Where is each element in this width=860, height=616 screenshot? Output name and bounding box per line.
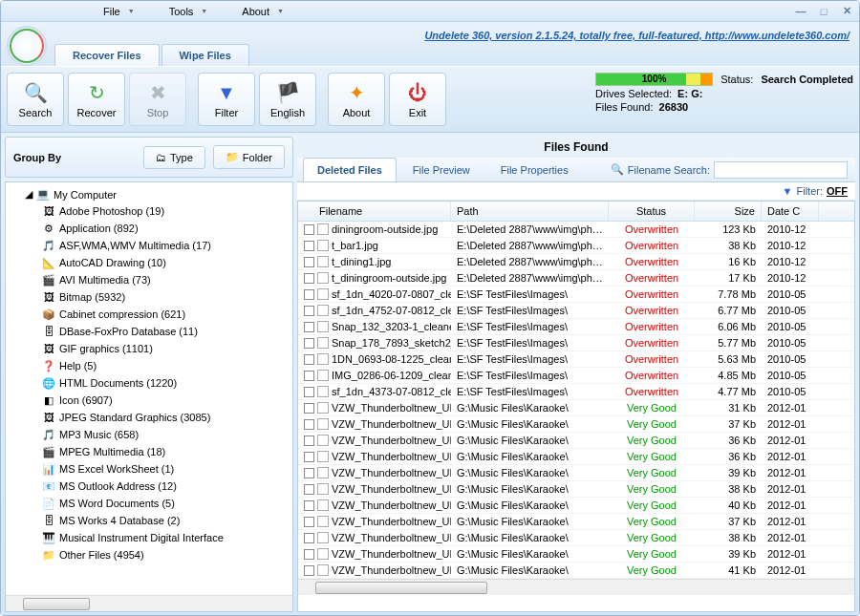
tree-item[interactable]: 📊MS Excel WorkSheet (1) bbox=[10, 460, 289, 478]
tree-item[interactable]: ❓Help (5) bbox=[10, 357, 289, 374]
tab-deleted-files[interactable]: Deleted Files bbox=[303, 158, 397, 181]
row-checkbox[interactable] bbox=[304, 387, 314, 397]
filename-search-input[interactable] bbox=[714, 161, 848, 179]
table-row[interactable]: diningroom-outside.jpgE:\Deleted 2887\ww… bbox=[298, 222, 854, 238]
menu-file[interactable]: File▼ bbox=[86, 4, 152, 19]
row-checkbox[interactable] bbox=[304, 371, 314, 381]
tree-item[interactable]: ◧Icon (6907) bbox=[10, 392, 289, 409]
row-checkbox[interactable] bbox=[304, 484, 314, 495]
table-row[interactable]: t_dining1.jpgE:\Deleted 2887\www\img\pho… bbox=[298, 254, 854, 270]
row-checkbox[interactable] bbox=[304, 322, 314, 332]
tree-item[interactable]: 🖼GIF graphics (1101) bbox=[10, 340, 289, 357]
tree-item[interactable]: 📁Other Files (4954) bbox=[10, 546, 289, 563]
row-checkbox[interactable] bbox=[304, 468, 314, 478]
tab-wipe-files[interactable]: Wipe Files bbox=[161, 44, 249, 66]
tree-item[interactable]: 🌐HTML Documents (1220) bbox=[10, 374, 289, 392]
close-button[interactable]: ✕ bbox=[838, 5, 855, 18]
table-row[interactable]: Snap_178_7893_sketch2_...E:\SF TestFiles… bbox=[298, 335, 854, 351]
row-checkbox[interactable] bbox=[304, 306, 314, 316]
table-row[interactable]: VZW_Thunderboltnew_UM...G:\Music Files\K… bbox=[298, 546, 854, 563]
row-checkbox[interactable] bbox=[304, 289, 314, 300]
recover-button[interactable]: ↻Recover bbox=[68, 73, 125, 126]
menu-about[interactable]: About▼ bbox=[225, 4, 301, 19]
table-row[interactable]: t_bar1.jpgE:\Deleted 2887\www\img\photos… bbox=[298, 238, 854, 254]
minimize-button[interactable]: — bbox=[792, 5, 809, 18]
groupby-folder-button[interactable]: 📁Folder bbox=[213, 145, 285, 169]
about-button[interactable]: ✦About bbox=[328, 73, 385, 126]
maximize-button[interactable]: □ bbox=[815, 5, 832, 18]
tree-item[interactable]: 🖼Bitmap (5932) bbox=[10, 288, 289, 306]
language-button[interactable]: 🏴English bbox=[259, 73, 316, 126]
table-row[interactable]: VZW_Thunderboltnew_UM...G:\Music Files\K… bbox=[298, 530, 854, 546]
exit-button[interactable]: ⏻Exit bbox=[389, 73, 446, 126]
table-row[interactable]: VZW_Thunderboltnew_UM...G:\Music Files\K… bbox=[298, 449, 854, 465]
filter-state[interactable]: OFF bbox=[827, 185, 848, 197]
tree-item[interactable]: ⚙Application (892) bbox=[10, 220, 289, 237]
row-checkbox[interactable] bbox=[304, 224, 314, 235]
table-row[interactable]: VZW_Thunderboltnew_UM...G:\Music Files\K… bbox=[298, 433, 854, 449]
table-row[interactable]: VZW_Thunderboltnew_UM...G:\Music Files\K… bbox=[298, 563, 854, 579]
tree-item[interactable]: 🎬AVI Multimedia (73) bbox=[10, 271, 289, 288]
row-checkbox[interactable] bbox=[304, 517, 314, 527]
filter-icon: ▼ bbox=[214, 80, 239, 105]
menu-tools[interactable]: Tools▼ bbox=[152, 4, 226, 19]
tree-item[interactable]: 🖼JPEG Standard Graphics (3085) bbox=[10, 409, 289, 426]
collapse-icon[interactable]: ◢ bbox=[25, 188, 32, 201]
col-filename[interactable]: Filename bbox=[298, 202, 451, 221]
table-row[interactable]: VZW_Thunderboltnew_UM...G:\Music Files\K… bbox=[298, 416, 854, 433]
tree-item[interactable]: 📄MS Word Documents (5) bbox=[10, 495, 289, 512]
row-checkbox[interactable] bbox=[304, 257, 314, 267]
table-row[interactable]: sf_1dn_4752-07-0812_cle...E:\SF TestFile… bbox=[298, 303, 854, 319]
category-tree[interactable]: ◢💻My Computer 🖼Adobe Photoshop (19)⚙Appl… bbox=[5, 181, 293, 612]
grid-hscroll[interactable] bbox=[298, 579, 854, 595]
stop-button[interactable]: ✖Stop bbox=[129, 73, 186, 126]
tree-item[interactable]: 🎹Musical Instrument Digital Interface bbox=[10, 529, 289, 546]
row-checkbox[interactable] bbox=[304, 452, 314, 462]
table-row[interactable]: VZW_Thunderboltnew_UM...G:\Music Files\K… bbox=[298, 514, 854, 530]
search-button[interactable]: 🔍Search bbox=[7, 73, 64, 126]
groupby-type-button[interactable]: 🗂Type bbox=[143, 146, 205, 169]
row-checkbox[interactable] bbox=[304, 338, 314, 349]
row-checkbox[interactable] bbox=[304, 273, 314, 284]
tab-recover-files[interactable]: Recover Files bbox=[54, 44, 160, 66]
file-grid[interactable]: Filename Path Status Size Date C diningr… bbox=[297, 201, 855, 612]
col-date[interactable]: Date C bbox=[762, 202, 819, 221]
row-checkbox[interactable] bbox=[304, 435, 314, 446]
tree-root[interactable]: ◢💻My Computer bbox=[10, 186, 289, 202]
tab-file-preview[interactable]: File Preview bbox=[398, 158, 484, 181]
row-checkbox[interactable] bbox=[304, 354, 314, 365]
table-row[interactable]: VZW_Thunderboltnew_UM...G:\Music Files\K… bbox=[298, 400, 854, 416]
row-checkbox[interactable] bbox=[304, 533, 314, 543]
tree-item[interactable]: 📐AutoCAD Drawing (10) bbox=[10, 254, 289, 271]
col-size[interactable]: Size bbox=[695, 202, 762, 221]
row-checkbox[interactable] bbox=[304, 403, 314, 414]
row-checkbox[interactable] bbox=[304, 500, 314, 511]
row-checkbox[interactable] bbox=[304, 549, 314, 560]
tree-hscroll[interactable] bbox=[6, 595, 292, 611]
tree-item[interactable]: 🖼Adobe Photoshop (19) bbox=[10, 202, 289, 220]
tree-item[interactable]: 🎬MPEG Multimedia (18) bbox=[10, 443, 289, 460]
promo-link[interactable]: Undelete 360, version 2.1.5.24, totally … bbox=[420, 26, 853, 45]
table-row[interactable]: VZW_Thunderboltnew_UM...G:\Music Files\K… bbox=[298, 465, 854, 481]
table-row[interactable]: Snap_132_3203-1_cleane...E:\SF TestFiles… bbox=[298, 319, 854, 335]
tab-file-properties[interactable]: File Properties bbox=[486, 158, 583, 181]
tree-item[interactable]: 🎵ASF,WMA,WMV Multimedia (17) bbox=[10, 237, 289, 254]
table-row[interactable]: VZW_Thunderboltnew_UM...G:\Music Files\K… bbox=[298, 481, 854, 498]
table-row[interactable]: IMG_0286-06-1209_clean...E:\SF TestFiles… bbox=[298, 368, 854, 384]
table-row[interactable]: t_diningroom-outside.jpgE:\Deleted 2887\… bbox=[298, 270, 854, 287]
tree-item[interactable]: 🗄MS Works 4 Database (2) bbox=[10, 512, 289, 529]
filter-button[interactable]: ▼Filter bbox=[198, 73, 255, 126]
row-checkbox[interactable] bbox=[304, 419, 314, 430]
col-path[interactable]: Path bbox=[451, 202, 609, 221]
table-row[interactable]: 1DN_0693-08-1225_clean...E:\SF TestFiles… bbox=[298, 351, 854, 368]
col-status[interactable]: Status bbox=[609, 202, 695, 221]
row-checkbox[interactable] bbox=[304, 565, 314, 576]
tree-item[interactable]: 📦Cabinet compression (621) bbox=[10, 306, 289, 323]
table-row[interactable]: sf_1dn_4373-07-0812_cle...E:\SF TestFile… bbox=[298, 384, 854, 400]
table-row[interactable]: VZW_Thunderboltnew_UM...G:\Music Files\K… bbox=[298, 498, 854, 514]
table-row[interactable]: sf_1dn_4020-07-0807_cle...E:\SF TestFile… bbox=[298, 287, 854, 303]
tree-item[interactable]: 🗄DBase-FoxPro Database (11) bbox=[10, 323, 289, 340]
tree-item[interactable]: 🎵MP3 Music (658) bbox=[10, 426, 289, 443]
tree-item[interactable]: 📧MS Outlook Address (12) bbox=[10, 478, 289, 495]
row-checkbox[interactable] bbox=[304, 241, 314, 251]
